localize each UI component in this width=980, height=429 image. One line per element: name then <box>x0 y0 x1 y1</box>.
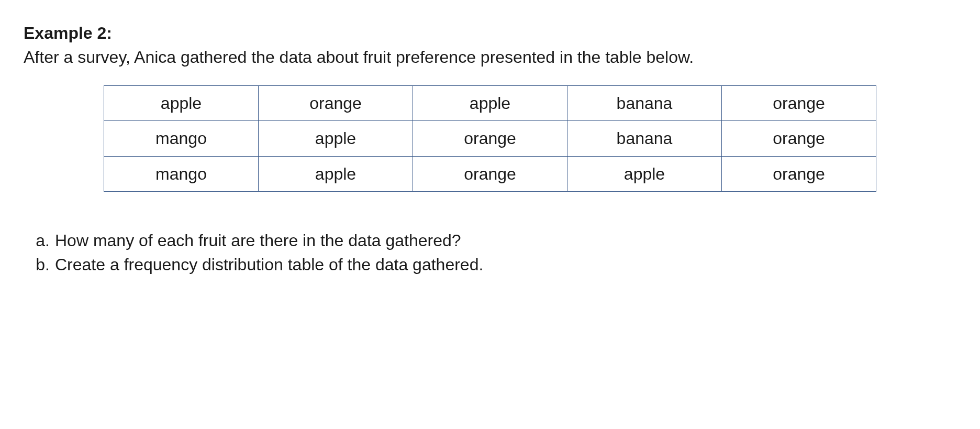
table-cell: orange <box>722 121 876 156</box>
table-cell: orange <box>413 156 567 191</box>
questions-list: a. How many of each fruit are there in t… <box>34 228 956 277</box>
table-row: mango apple orange apple orange <box>104 156 876 191</box>
table-cell: orange <box>413 121 567 156</box>
table-cell: banana <box>567 85 722 120</box>
question-text: Create a frequency distribution table of… <box>55 252 956 277</box>
table-row: mango apple orange banana orange <box>104 121 876 156</box>
table-cell: apple <box>259 156 413 191</box>
table-cell: mango <box>104 121 259 156</box>
table-cell: apple <box>413 85 567 120</box>
example-block: Example 2: After a survey, Anica gathere… <box>24 21 956 70</box>
question-marker: a. <box>34 228 55 252</box>
table-cell: orange <box>722 156 876 191</box>
question-marker: b. <box>34 252 55 277</box>
example-description: After a survey, Anica gathered the data … <box>24 45 956 69</box>
table-cell: orange <box>722 85 876 120</box>
question-text: How many of each fruit are there in the … <box>55 228 956 252</box>
table-cell: orange <box>259 85 413 120</box>
table-cell: banana <box>567 121 722 156</box>
fruit-data-table: apple orange apple banana orange mango a… <box>104 85 876 192</box>
example-heading: Example 2: <box>24 24 112 42</box>
table-cell: mango <box>104 156 259 191</box>
table-row: apple orange apple banana orange <box>104 85 876 120</box>
question-item-a: a. How many of each fruit are there in t… <box>34 228 956 252</box>
data-table-wrapper: apple orange apple banana orange mango a… <box>24 85 956 192</box>
table-cell: apple <box>259 121 413 156</box>
table-cell: apple <box>567 156 722 191</box>
table-cell: apple <box>104 85 259 120</box>
question-item-b: b. Create a frequency distribution table… <box>34 252 956 277</box>
